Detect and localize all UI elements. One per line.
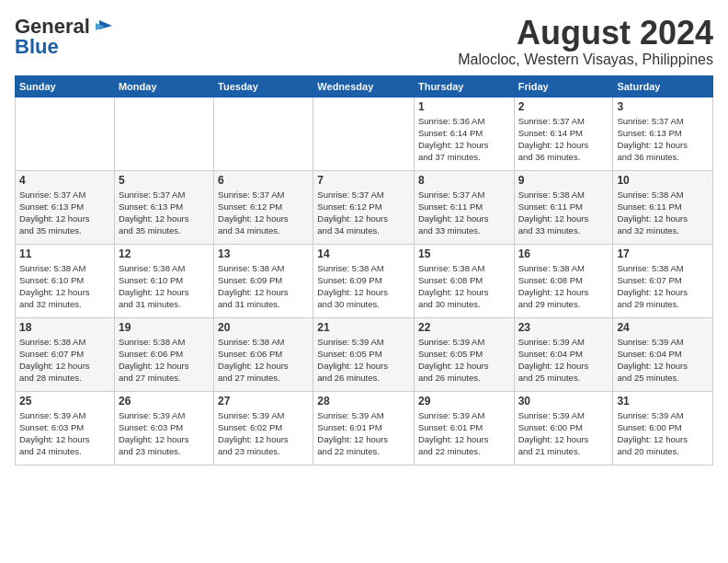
calendar-week-row: 4Sunrise: 5:37 AM Sunset: 6:13 PM Daylig… <box>16 170 713 244</box>
day-number: 3 <box>617 100 709 113</box>
calendar-cell <box>16 97 115 170</box>
day-number: 17 <box>617 247 709 260</box>
day-info: Sunrise: 5:39 AM Sunset: 6:05 PM Dayligh… <box>317 336 410 385</box>
day-number: 26 <box>119 395 210 408</box>
calendar-cell <box>114 97 213 170</box>
calendar-header-row: SundayMondayTuesdayWednesdayThursdayFrid… <box>16 75 713 97</box>
day-number: 29 <box>418 395 510 408</box>
header-monday: Monday <box>114 75 213 97</box>
page-header: General Blue August 2024 Malocloc, Weste… <box>15 15 713 68</box>
day-info: Sunrise: 5:37 AM Sunset: 6:12 PM Dayligh… <box>218 189 309 237</box>
day-info: Sunrise: 5:38 AM Sunset: 6:07 PM Dayligh… <box>19 336 110 385</box>
day-number: 20 <box>218 321 309 334</box>
calendar-table: SundayMondayTuesdayWednesdayThursdayFrid… <box>15 75 713 465</box>
calendar-cell: 22Sunrise: 5:39 AM Sunset: 6:05 PM Dayli… <box>414 317 514 391</box>
calendar-cell: 21Sunrise: 5:39 AM Sunset: 6:05 PM Dayli… <box>313 317 415 391</box>
calendar-cell: 6Sunrise: 5:37 AM Sunset: 6:12 PM Daylig… <box>214 170 313 244</box>
calendar-cell: 1Sunrise: 5:36 AM Sunset: 6:14 PM Daylig… <box>414 97 514 170</box>
calendar-cell: 25Sunrise: 5:39 AM Sunset: 6:03 PM Dayli… <box>16 391 115 465</box>
day-info: Sunrise: 5:39 AM Sunset: 6:04 PM Dayligh… <box>518 336 609 385</box>
day-number: 13 <box>218 247 309 260</box>
day-info: Sunrise: 5:37 AM Sunset: 6:13 PM Dayligh… <box>19 189 110 237</box>
calendar-week-row: 25Sunrise: 5:39 AM Sunset: 6:03 PM Dayli… <box>16 391 713 465</box>
header-saturday: Saturday <box>613 75 713 97</box>
day-number: 22 <box>418 321 510 334</box>
day-info: Sunrise: 5:38 AM Sunset: 6:06 PM Dayligh… <box>218 336 309 385</box>
calendar-cell: 5Sunrise: 5:37 AM Sunset: 6:13 PM Daylig… <box>114 170 213 244</box>
calendar-cell: 9Sunrise: 5:38 AM Sunset: 6:11 PM Daylig… <box>514 170 613 244</box>
day-info: Sunrise: 5:39 AM Sunset: 6:02 PM Dayligh… <box>218 409 309 458</box>
day-number: 4 <box>19 174 110 187</box>
calendar-cell: 2Sunrise: 5:37 AM Sunset: 6:14 PM Daylig… <box>514 97 613 170</box>
day-number: 27 <box>218 395 309 408</box>
day-number: 10 <box>617 174 709 187</box>
day-info: Sunrise: 5:37 AM Sunset: 6:13 PM Dayligh… <box>617 115 709 164</box>
day-info: Sunrise: 5:37 AM Sunset: 6:13 PM Dayligh… <box>119 189 210 237</box>
day-info: Sunrise: 5:38 AM Sunset: 6:08 PM Dayligh… <box>418 262 510 311</box>
calendar-cell: 3Sunrise: 5:37 AM Sunset: 6:13 PM Daylig… <box>613 97 713 170</box>
day-number: 5 <box>119 174 210 187</box>
title-section: August 2024 Malocloc, Western Visayas, P… <box>458 15 713 68</box>
day-info: Sunrise: 5:38 AM Sunset: 6:06 PM Dayligh… <box>119 336 210 385</box>
calendar-cell: 10Sunrise: 5:38 AM Sunset: 6:11 PM Dayli… <box>613 170 713 244</box>
logo: General Blue <box>15 15 112 59</box>
calendar-cell: 11Sunrise: 5:38 AM Sunset: 6:10 PM Dayli… <box>16 244 115 317</box>
calendar-cell: 16Sunrise: 5:38 AM Sunset: 6:08 PM Dayli… <box>514 244 613 317</box>
location-title: Malocloc, Western Visayas, Philippines <box>458 52 713 68</box>
calendar-cell: 19Sunrise: 5:38 AM Sunset: 6:06 PM Dayli… <box>114 317 213 391</box>
day-number: 21 <box>317 321 410 334</box>
day-info: Sunrise: 5:38 AM Sunset: 6:08 PM Dayligh… <box>518 262 609 311</box>
calendar-cell: 4Sunrise: 5:37 AM Sunset: 6:13 PM Daylig… <box>16 170 115 244</box>
day-info: Sunrise: 5:37 AM Sunset: 6:14 PM Dayligh… <box>518 115 609 164</box>
calendar-cell: 7Sunrise: 5:37 AM Sunset: 6:12 PM Daylig… <box>313 170 415 244</box>
day-info: Sunrise: 5:39 AM Sunset: 6:03 PM Dayligh… <box>19 409 110 458</box>
calendar-cell <box>214 97 313 170</box>
logo-bird-icon <box>92 18 112 35</box>
calendar-week-row: 1Sunrise: 5:36 AM Sunset: 6:14 PM Daylig… <box>16 97 713 170</box>
day-number: 25 <box>19 395 110 408</box>
day-number: 7 <box>317 174 410 187</box>
day-info: Sunrise: 5:39 AM Sunset: 6:01 PM Dayligh… <box>418 409 510 458</box>
day-info: Sunrise: 5:38 AM Sunset: 6:09 PM Dayligh… <box>317 262 410 311</box>
day-info: Sunrise: 5:38 AM Sunset: 6:11 PM Dayligh… <box>617 189 709 237</box>
day-number: 12 <box>119 247 210 260</box>
calendar-cell: 29Sunrise: 5:39 AM Sunset: 6:01 PM Dayli… <box>414 391 514 465</box>
day-number: 8 <box>418 174 510 187</box>
calendar-cell: 13Sunrise: 5:38 AM Sunset: 6:09 PM Dayli… <box>214 244 313 317</box>
calendar-cell: 14Sunrise: 5:38 AM Sunset: 6:09 PM Dayli… <box>313 244 415 317</box>
day-info: Sunrise: 5:38 AM Sunset: 6:10 PM Dayligh… <box>119 262 210 311</box>
day-info: Sunrise: 5:39 AM Sunset: 6:03 PM Dayligh… <box>119 409 210 458</box>
calendar-week-row: 11Sunrise: 5:38 AM Sunset: 6:10 PM Dayli… <box>16 244 713 317</box>
day-number: 2 <box>518 100 609 113</box>
calendar-cell: 27Sunrise: 5:39 AM Sunset: 6:02 PM Dayli… <box>214 391 313 465</box>
day-info: Sunrise: 5:38 AM Sunset: 6:11 PM Dayligh… <box>518 189 609 237</box>
day-number: 11 <box>19 247 110 260</box>
calendar-week-row: 18Sunrise: 5:38 AM Sunset: 6:07 PM Dayli… <box>16 317 713 391</box>
calendar-cell: 15Sunrise: 5:38 AM Sunset: 6:08 PM Dayli… <box>414 244 514 317</box>
day-info: Sunrise: 5:37 AM Sunset: 6:12 PM Dayligh… <box>317 189 410 237</box>
calendar-cell: 28Sunrise: 5:39 AM Sunset: 6:01 PM Dayli… <box>313 391 415 465</box>
day-number: 6 <box>218 174 309 187</box>
header-wednesday: Wednesday <box>313 75 415 97</box>
calendar-cell: 31Sunrise: 5:39 AM Sunset: 6:00 PM Dayli… <box>613 391 713 465</box>
calendar-cell: 12Sunrise: 5:38 AM Sunset: 6:10 PM Dayli… <box>114 244 213 317</box>
header-tuesday: Tuesday <box>214 75 313 97</box>
calendar-cell: 30Sunrise: 5:39 AM Sunset: 6:00 PM Dayli… <box>514 391 613 465</box>
day-number: 30 <box>518 395 609 408</box>
day-number: 24 <box>617 321 709 334</box>
calendar-cell: 8Sunrise: 5:37 AM Sunset: 6:11 PM Daylig… <box>414 170 514 244</box>
day-info: Sunrise: 5:36 AM Sunset: 6:14 PM Dayligh… <box>418 115 510 164</box>
day-number: 15 <box>418 247 510 260</box>
header-sunday: Sunday <box>16 75 115 97</box>
day-info: Sunrise: 5:39 AM Sunset: 6:04 PM Dayligh… <box>617 336 709 385</box>
day-number: 9 <box>518 174 609 187</box>
day-number: 23 <box>518 321 609 334</box>
calendar-cell: 26Sunrise: 5:39 AM Sunset: 6:03 PM Dayli… <box>114 391 213 465</box>
day-info: Sunrise: 5:38 AM Sunset: 6:07 PM Dayligh… <box>617 262 709 311</box>
day-number: 16 <box>518 247 609 260</box>
header-friday: Friday <box>514 75 613 97</box>
day-number: 14 <box>317 247 410 260</box>
day-info: Sunrise: 5:39 AM Sunset: 6:00 PM Dayligh… <box>518 409 609 458</box>
day-number: 31 <box>617 395 709 408</box>
calendar-cell <box>313 97 415 170</box>
